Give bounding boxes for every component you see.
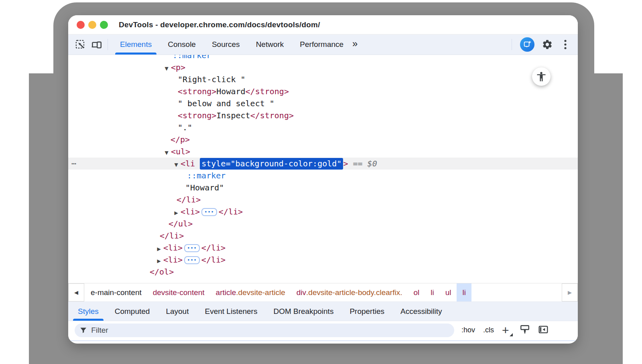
dom-tree-row[interactable]: ▼<p> (68, 61, 578, 73)
expanded-arrow-icon[interactable]: ▼ (162, 147, 171, 159)
tab-elements[interactable]: Elements (112, 34, 160, 55)
code-tag: </p> (171, 135, 190, 144)
collapsed-arrow-icon[interactable]: ▶ (154, 243, 163, 255)
dom-tree-row[interactable]: ::marker (68, 170, 578, 182)
breadcrumb-back-button[interactable]: ◀ (68, 283, 84, 301)
dom-tree-row[interactable]: ::marker (68, 55, 578, 61)
code-tag: </ol> (150, 267, 174, 277)
element-classes-button[interactable]: .cls (483, 326, 494, 334)
tab-sources[interactable]: Sources (204, 34, 248, 55)
dom-tree-row[interactable]: "." (68, 121, 578, 133)
code-tag: </strong> (250, 111, 294, 120)
code-text: " below and select " (178, 99, 274, 108)
code-pseudo: ::marker (173, 55, 211, 60)
code-tag: </ul> (169, 219, 193, 229)
toggle-element-state-button[interactable]: :hov (461, 326, 475, 334)
selected-attribute-value[interactable]: style="background-color:gold" (200, 158, 343, 170)
breadcrumb-item-article-devsite-article[interactable]: article.devsite-article (210, 283, 291, 301)
expanded-arrow-icon[interactable]: ▼ (172, 159, 181, 171)
dom-tree-row[interactable]: </li> (68, 230, 578, 242)
zoom-button[interactable] (100, 21, 108, 29)
dom-tree-row[interactable]: "Right-click " (68, 73, 578, 85)
dom-tree-row[interactable]: " below and select " (68, 97, 578, 109)
hidden-children-ellipsis-icon[interactable]: ••• (201, 208, 217, 216)
dom-tree-row[interactable]: ▶<li>•••</li> (68, 242, 578, 254)
crumb-tag-part: article (216, 288, 236, 297)
tab-console[interactable]: Console (160, 34, 204, 55)
dom-tree-row[interactable]: "Howard" (68, 182, 578, 194)
panel-tab-event-listeners[interactable]: Event Listeners (197, 302, 265, 321)
breadcrumb-item-li[interactable]: li (457, 283, 471, 301)
crumb-tag-part: div (297, 288, 306, 297)
panel-tab-styles[interactable]: Styles (70, 302, 107, 321)
expanded-arrow-icon[interactable]: ▼ (162, 63, 171, 75)
breadcrumb-item-div-devsite-article-body-clearfix-[interactable]: div.devsite-article-body.clearfix. (291, 283, 408, 301)
accessibility-person-icon (536, 71, 547, 82)
dom-tree-row[interactable]: ▼<ul> (68, 146, 578, 158)
code-text (195, 159, 200, 168)
paint-brush-icon[interactable] (520, 324, 530, 336)
tab-network[interactable]: Network (248, 34, 292, 55)
hidden-children-ellipsis-icon[interactable]: ••• (184, 244, 200, 252)
close-button[interactable] (77, 21, 85, 29)
dom-tree-row[interactable]: ▶<li>•••</li> (68, 206, 578, 218)
ai-assistance-icon[interactable] (520, 37, 534, 52)
minimize-button[interactable] (88, 21, 96, 29)
code-text: "Right-click " (178, 75, 246, 84)
crumb-class-part: .devsite-article (236, 288, 285, 297)
breadcrumb-item-ol[interactable]: ol (408, 283, 425, 301)
devtools-window: DevTools - developer.chrome.com/docs/dev… (68, 15, 578, 344)
breadcrumb-item-e-main-content[interactable]: e-main-content (85, 283, 147, 301)
kebab-menu-icon[interactable] (560, 36, 571, 53)
hidden-children-ellipsis-icon[interactable]: ••• (184, 256, 200, 264)
dom-tree-row[interactable]: <strong>Howard</strong> (68, 85, 578, 97)
dom-tree-row[interactable]: <strong>Inspect</strong> (68, 109, 578, 121)
dom-tree-row-selected[interactable]: ⋯▼<li style="background-color:gold"> == … (68, 158, 578, 170)
code-var: $0 (368, 159, 377, 168)
toolbar-divider (108, 39, 108, 50)
code-tag: <ul> (171, 147, 190, 156)
code-tag: <li (181, 159, 195, 168)
tab-performance[interactable]: Performance (292, 34, 351, 55)
crumb-class-part: .devsite-article-body.clearfix. (306, 288, 402, 297)
code-tag: <li> (163, 243, 183, 253)
code-pseudo: ::marker (187, 171, 226, 180)
settings-gear-icon[interactable] (539, 36, 555, 53)
more-tabs-chevron-icon[interactable]: » (351, 38, 361, 51)
panel-tab-layout[interactable]: Layout (158, 302, 197, 321)
devtools-toolbar: ElementsConsoleSourcesNetworkPerformance… (68, 34, 578, 55)
code-op: == (348, 159, 367, 168)
filter-controls: :hov .cls + (461, 324, 549, 336)
dom-tree-row[interactable]: </p> (68, 133, 578, 146)
device-toolbar-icon[interactable] (88, 36, 104, 53)
panel-tab-accessibility[interactable]: Accessibility (392, 302, 450, 321)
collapsed-arrow-icon[interactable]: ▶ (154, 255, 163, 267)
inspect-cursor-icon[interactable] (72, 36, 88, 53)
code-tag: <strong> (178, 87, 216, 96)
breadcrumb-item-li[interactable]: li (425, 283, 439, 301)
toggle-sidebar-icon[interactable] (538, 324, 549, 336)
styles-pane-divider (68, 340, 578, 341)
breadcrumb-forward-button[interactable]: ▶ (562, 283, 578, 301)
dom-tree-row[interactable]: </ol> (68, 266, 578, 278)
row-overflow-dots-icon: ⋯ (71, 158, 76, 170)
panel-tab-properties[interactable]: Properties (341, 302, 392, 321)
panel-tab-computed[interactable]: Computed (107, 302, 158, 321)
code-tag: <li> (163, 255, 183, 265)
code-tag: </li> (219, 207, 243, 216)
code-text: Inspect (216, 111, 250, 120)
filter-input[interactable] (91, 326, 449, 335)
toolbar-divider-right (512, 39, 512, 50)
breadcrumb-item-ul[interactable]: ul (440, 283, 457, 301)
collapsed-arrow-icon[interactable]: ▶ (172, 207, 181, 219)
dom-tree-row[interactable]: ▶<li>•••</li> (68, 254, 578, 266)
accessibility-fab[interactable] (532, 67, 551, 86)
filter-pill[interactable] (75, 324, 454, 337)
new-style-rule-plus-icon[interactable]: + (502, 326, 512, 335)
breadcrumb-item-devsite-content[interactable]: devsite-content (147, 283, 210, 301)
dom-tree-row[interactable]: </ul> (68, 218, 578, 230)
panel-tab-dom-breakpoints[interactable]: DOM Breakpoints (265, 302, 341, 321)
dom-tree-row[interactable]: </li> (68, 194, 578, 206)
code-text: Howard (216, 87, 245, 96)
title-bar: DevTools - developer.chrome.com/docs/dev… (68, 15, 578, 34)
